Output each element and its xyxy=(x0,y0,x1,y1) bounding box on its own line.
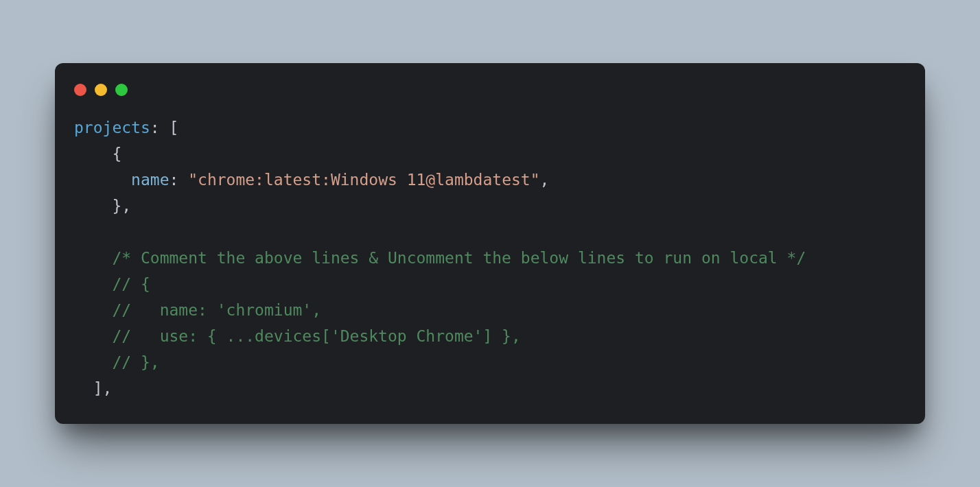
token-comment: /* Comment the above lines & Uncomment t… xyxy=(112,249,806,267)
code-window: projects: [ { name: "chrome:latest:Windo… xyxy=(55,63,925,423)
token-punct: : xyxy=(150,119,170,136)
code-block: projects: [ { name: "chrome:latest:Windo… xyxy=(74,115,906,401)
code-line-10: // }, xyxy=(74,353,160,371)
code-line-8: // name: 'chromium', xyxy=(74,301,321,319)
token-key: projects xyxy=(74,119,150,136)
token-comment: // name: 'chromium', xyxy=(112,301,321,319)
token-bracket-open: [ xyxy=(169,119,178,136)
close-traffic-light-icon[interactable] xyxy=(74,84,86,96)
code-line-6: /* Comment the above lines & Uncomment t… xyxy=(74,249,806,267)
window-titlebar xyxy=(74,81,906,115)
token-comment: // { xyxy=(112,275,150,293)
token-brace-open: { xyxy=(112,145,121,163)
minimize-traffic-light-icon[interactable] xyxy=(95,84,107,96)
code-line-2: { xyxy=(74,145,121,163)
code-line-11: ], xyxy=(74,379,112,397)
code-line-7: // { xyxy=(74,275,150,293)
zoom-traffic-light-icon[interactable] xyxy=(115,84,128,96)
token-string: "chrome:latest:Windows 11@lambdatest" xyxy=(188,171,539,189)
token-comment: // use: { ...devices['Desktop Chrome'] }… xyxy=(112,327,520,345)
code-line-3: name: "chrome:latest:Windows 11@lambdate… xyxy=(74,171,549,189)
code-line-9: // use: { ...devices['Desktop Chrome'] }… xyxy=(74,327,521,345)
code-line-4: }, xyxy=(74,197,131,215)
token-prop: name xyxy=(131,171,169,189)
code-line-1: projects: [ xyxy=(74,119,178,136)
token-comment: // }, xyxy=(112,353,159,371)
token-bracket-close: ], xyxy=(93,379,113,397)
token-brace-close: }, xyxy=(112,197,131,215)
